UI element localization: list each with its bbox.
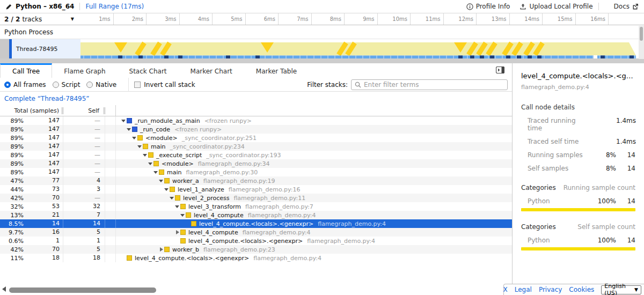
call-tree-row[interactable]: 44%733level_1_analyzeflamegraph_demo.py:… bbox=[0, 185, 512, 194]
file-location: <frozen runpy> bbox=[174, 126, 222, 133]
collapse-icon[interactable] bbox=[179, 211, 186, 219]
process-track-header[interactable]: Python Process bbox=[0, 25, 644, 39]
collapse-icon[interactable] bbox=[120, 116, 127, 125]
row-self-count: — bbox=[63, 116, 105, 125]
expand-icon[interactable] bbox=[174, 228, 180, 237]
tab-flame-graph[interactable]: Flame Graph bbox=[52, 63, 117, 78]
upload-profile-button[interactable]: Upload Local Profile bbox=[519, 3, 592, 10]
filter-stacks-input[interactable] bbox=[364, 81, 504, 88]
radio-script[interactable]: Script bbox=[53, 81, 80, 88]
row-total-count: 70 bbox=[26, 194, 63, 202]
radio-native[interactable]: Native bbox=[86, 81, 116, 88]
detail-row: Running samples8%14 bbox=[521, 151, 635, 159]
edit-profile-name-icon[interactable] bbox=[5, 3, 12, 10]
tab-marker-chart[interactable]: Marker Chart bbox=[179, 63, 244, 78]
scrollbar-thumb[interactable] bbox=[640, 27, 643, 41]
call-tree-row[interactable]: 89%147—_run_code<frozen runpy> bbox=[0, 125, 512, 134]
sidebar-toggle-button[interactable] bbox=[496, 65, 504, 76]
language-select[interactable]: English (US) ▼ bbox=[601, 285, 641, 294]
leaf-spacer bbox=[185, 219, 191, 228]
track-gutter bbox=[0, 39, 9, 58]
function-name: <module> bbox=[145, 135, 178, 142]
checkbox-icon bbox=[134, 82, 141, 88]
row-self-count: 5 bbox=[63, 228, 105, 237]
row-self-count: 7 bbox=[63, 211, 105, 219]
divider bbox=[128, 78, 129, 92]
thread-track-label[interactable]: Thread-78495 bbox=[12, 39, 80, 58]
row-gutter bbox=[105, 202, 116, 211]
call-tree-row[interactable]: 11%1818level_4_compute.<locals>.<genexpr… bbox=[0, 254, 512, 262]
row-total-count: 147 bbox=[26, 142, 63, 151]
breadcrumb-complete-thread[interactable]: Complete “Thread-78495” bbox=[4, 95, 90, 102]
category-yellow-icon bbox=[143, 144, 148, 149]
row-tree-cell: worker_bflamegraph_demo.py:23 bbox=[116, 245, 512, 254]
row-total-count: 1 bbox=[26, 237, 63, 245]
ruler-tick: 7ms bbox=[279, 13, 312, 25]
full-range-link[interactable]: Full Range (17ms) bbox=[85, 3, 144, 10]
expand-icon[interactable] bbox=[158, 245, 164, 254]
tab-marker-table[interactable]: Marker Table bbox=[244, 63, 309, 78]
row-total-percent: 42% bbox=[0, 195, 26, 202]
call-tree-row[interactable]: 89%147—<module>_sync_coordinator.py:251 bbox=[0, 134, 512, 142]
footer-link-privacy[interactable]: Privacy bbox=[539, 286, 562, 293]
tab-call-tree[interactable]: Call Tree bbox=[0, 63, 52, 78]
collapse-icon[interactable] bbox=[163, 185, 170, 194]
call-tree-row[interactable]: 42%705worker_bflamegraph_demo.py:23 bbox=[0, 245, 512, 254]
call-tree-row[interactable]: 89%147—_execute_script_sync_coordinator.… bbox=[0, 151, 512, 159]
collapse-icon[interactable] bbox=[126, 125, 132, 134]
row-gutter bbox=[105, 211, 116, 219]
tab-stack-chart[interactable]: Stack Chart bbox=[118, 63, 179, 78]
row-gutter bbox=[105, 254, 116, 262]
collapse-icon[interactable] bbox=[131, 134, 137, 142]
row-total-count: 73 bbox=[26, 185, 63, 194]
footer-link-legal[interactable]: Legal bbox=[515, 286, 532, 293]
file-location: flamegraph_demo.py:4 bbox=[253, 255, 321, 262]
profile-info-button[interactable]: Profile Info bbox=[466, 3, 510, 10]
row-self-count: 32 bbox=[63, 202, 105, 211]
tab-bar: Call TreeFlame GraphStack ChartMarker Ch… bbox=[0, 63, 512, 78]
collapse-icon[interactable] bbox=[169, 194, 175, 202]
thread-track[interactable]: Thread-78495 bbox=[0, 39, 644, 58]
column-self[interactable]: Self bbox=[63, 107, 105, 114]
call-tree-row[interactable]: 47%774worker_aflamegraph_demo.py:19 bbox=[0, 176, 512, 185]
thread-activity-graph[interactable] bbox=[80, 39, 639, 58]
call-tree-row[interactable]: 89%147—<module>flamegraph_demo.py:34 bbox=[0, 159, 512, 168]
collapse-icon[interactable] bbox=[152, 168, 159, 176]
horizontal-scrollbar[interactable] bbox=[9, 287, 156, 293]
collapse-icon[interactable] bbox=[136, 142, 143, 151]
invert-call-stack-checkbox[interactable]: Invert call stack bbox=[134, 81, 195, 88]
column-total-samples[interactable]: Total (samples) bbox=[0, 107, 63, 114]
tracks-dropdown[interactable]: 2 / 2 tracks ▼ bbox=[0, 13, 80, 25]
filter-stacks-box bbox=[351, 79, 508, 90]
leaf-spacer bbox=[174, 237, 180, 245]
call-tree-row[interactable]: 9.7%165level_4_computeflamegraph_demo.py… bbox=[0, 228, 512, 237]
row-self-count: 3 bbox=[63, 185, 105, 194]
collapse-icon[interactable] bbox=[158, 176, 164, 185]
radio-all-frames[interactable]: All frames bbox=[4, 81, 46, 88]
category-row: Python100%14 bbox=[521, 237, 635, 244]
collapse-icon[interactable] bbox=[142, 151, 148, 159]
scroll-left-arrow-icon[interactable] bbox=[2, 286, 6, 292]
ruler-tick: 12ms bbox=[444, 13, 477, 25]
timeline-vertical-scrollbar[interactable] bbox=[639, 26, 644, 59]
footer-link-x[interactable]: X bbox=[503, 286, 508, 293]
row-total-percent: 89% bbox=[0, 152, 26, 159]
function-name: level_3_transform bbox=[188, 203, 241, 210]
call-tree-row[interactable]: 89%147—mainflamegraph_demo.py:30 bbox=[0, 168, 512, 176]
ruler-tick: 15ms bbox=[543, 13, 576, 25]
collapse-icon[interactable] bbox=[147, 159, 153, 168]
collapse-icon[interactable] bbox=[174, 202, 180, 211]
category-yellow-icon bbox=[137, 135, 143, 141]
docs-link[interactable]: Docs bbox=[614, 3, 639, 10]
call-tree-row[interactable]: 13%217level_4_computeflamegraph_demo.py:… bbox=[0, 211, 512, 219]
call-tree-row[interactable]: 0.6%11level_4_compute.<locals>.<genexpr>… bbox=[0, 237, 512, 245]
call-tree-row[interactable]: 32%5332level_3_transformflamegraph_demo.… bbox=[0, 202, 512, 211]
ruler-tick: 16ms bbox=[576, 13, 609, 25]
call-tree-row[interactable]: 89%147—_run_module_as_main<frozen runpy> bbox=[0, 116, 512, 125]
footer-link-cookies[interactable]: Cookies bbox=[569, 286, 594, 293]
call-tree-row[interactable]: 8.5%1414level_4_compute.<locals>.<genexp… bbox=[0, 219, 512, 228]
row-total-count: 147 bbox=[26, 134, 63, 142]
row-tree-cell: level_4_computeflamegraph_demo.py:4 bbox=[116, 211, 512, 219]
call-tree-row[interactable]: 89%147—main_sync_coordinator.py:234 bbox=[0, 142, 512, 151]
call-tree-row[interactable]: 42%70—level_2_processflamegraph_demo.py:… bbox=[0, 194, 512, 202]
